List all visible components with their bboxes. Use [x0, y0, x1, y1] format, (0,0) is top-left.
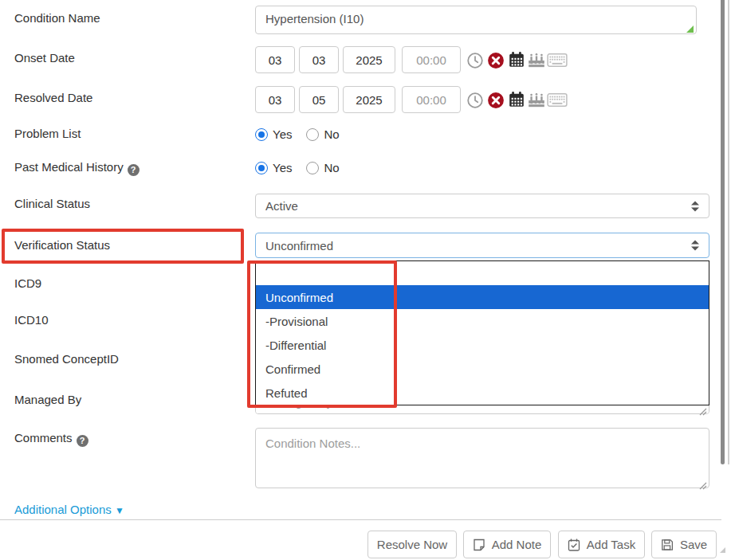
clock-icon[interactable]	[466, 92, 484, 109]
sort-arrows-icon	[691, 201, 699, 211]
clinical-status-value: Active	[265, 199, 298, 213]
radio-selected-icon	[255, 162, 268, 174]
verification-status-select[interactable]: Unconfirmed	[255, 233, 709, 258]
verification-status-label: Verification Status	[14, 238, 110, 252]
clinical-status-select[interactable]: Active	[255, 194, 709, 218]
clinical-status-label: Clinical Status	[14, 197, 90, 210]
note-icon	[473, 538, 485, 551]
resolved-day-input[interactable]	[299, 86, 339, 113]
resize-grip-green-icon[interactable]	[686, 25, 694, 33]
dropdown-option-unconfirmed[interactable]: Unconfirmed	[256, 285, 709, 309]
add-task-label: Add Task	[587, 538, 635, 551]
clear-date-icon[interactable]	[487, 52, 505, 69]
radio-unselected-icon	[306, 162, 319, 174]
resize-corner-icon	[720, 547, 725, 553]
add-note-label: Add Note	[492, 538, 542, 551]
calendar-icon[interactable]	[508, 51, 525, 69]
radio-no-label: No	[324, 161, 339, 174]
resolve-now-button[interactable]: Resolve Now	[367, 531, 457, 558]
condition-name-input[interactable]: Hypertension (I10)	[255, 6, 697, 34]
past-medical-history-label-text: Past Medical History	[14, 160, 124, 174]
resize-grip-icon[interactable]	[699, 405, 707, 419]
dropdown-option-differential[interactable]: -Differential	[256, 333, 709, 357]
additional-options-link[interactable]: Additional Options ▼	[14, 503, 124, 516]
onset-day-input[interactable]	[299, 46, 339, 73]
divider	[0, 519, 721, 520]
clear-date-icon[interactable]	[487, 92, 505, 109]
onset-time-input[interactable]	[402, 46, 461, 73]
onset-date-label: Onset Date	[14, 51, 75, 65]
sort-arrows-icon	[691, 241, 699, 251]
past-medical-history-label: Past Medical History?	[14, 160, 140, 176]
resolved-month-input[interactable]	[255, 86, 295, 113]
save-icon	[661, 538, 674, 551]
dropdown-option-refuted[interactable]: Refuted	[256, 381, 709, 405]
onset-year-input[interactable]	[343, 46, 395, 73]
resolved-year-input[interactable]	[343, 86, 395, 113]
help-icon[interactable]: ?	[77, 435, 88, 447]
vertical-scrollbar-thumb[interactable]	[721, 0, 725, 464]
help-icon[interactable]: ?	[128, 164, 140, 176]
past-medical-history-yes-radio[interactable]: Yes	[255, 161, 292, 174]
add-note-button[interactable]: Add Note	[463, 531, 551, 558]
keyboard-icon[interactable]	[547, 93, 564, 111]
scrollbar-track-edge	[728, 0, 729, 464]
dropdown-option-blank[interactable]	[256, 261, 709, 285]
clock-icon[interactable]	[466, 52, 484, 69]
add-task-button[interactable]: Add Task	[558, 531, 645, 558]
verification-status-dropdown: Unconfirmed -Provisional -Differential C…	[255, 260, 709, 405]
verification-status-value: Unconfirmed	[265, 239, 333, 253]
onset-month-input[interactable]	[255, 46, 295, 73]
comments-label-text: Comments	[14, 431, 73, 444]
radio-yes-label: Yes	[273, 127, 292, 141]
birthday-cake-icon[interactable]	[527, 91, 544, 108]
resolve-now-label: Resolve Now	[377, 538, 447, 551]
radio-no-label: No	[324, 127, 339, 141]
past-medical-history-no-radio[interactable]: No	[306, 161, 339, 174]
snomed-conceptid-label: Snomed ConceptID	[14, 352, 119, 366]
calendar-icon[interactable]	[508, 91, 525, 108]
task-calendar-icon	[568, 538, 580, 551]
icd10-label: ICD10	[14, 313, 49, 327]
problem-list-no-radio[interactable]: No	[306, 127, 339, 141]
keyboard-icon[interactable]	[547, 53, 564, 71]
comments-input[interactable]	[255, 428, 709, 488]
resize-grip-icon[interactable]	[699, 479, 707, 493]
radio-selected-icon	[255, 128, 268, 141]
resolved-date-label: Resolved Date	[14, 91, 92, 104]
save-button[interactable]: Save	[651, 531, 717, 558]
radio-unselected-icon	[306, 128, 319, 141]
resolved-time-input[interactable]	[402, 86, 461, 113]
birthday-cake-icon[interactable]	[527, 51, 544, 69]
problem-list-label: Problem List	[14, 127, 81, 140]
dropdown-option-confirmed[interactable]: Confirmed	[256, 357, 709, 381]
icd9-label: ICD9	[14, 276, 41, 290]
condition-name-label: Condition Name	[14, 11, 100, 25]
condition-form: Condition Name Hypertension (I10) Onset …	[0, 0, 731, 560]
comments-label: Comments?	[14, 431, 88, 447]
caret-down-icon: ▼	[115, 505, 124, 516]
save-label: Save	[680, 538, 707, 551]
additional-options-label: Additional Options	[14, 503, 112, 516]
radio-yes-label: Yes	[273, 161, 292, 174]
dropdown-option-provisional[interactable]: -Provisional	[256, 309, 709, 333]
managed-by-label: Managed By	[14, 393, 81, 406]
problem-list-yes-radio[interactable]: Yes	[255, 127, 292, 141]
